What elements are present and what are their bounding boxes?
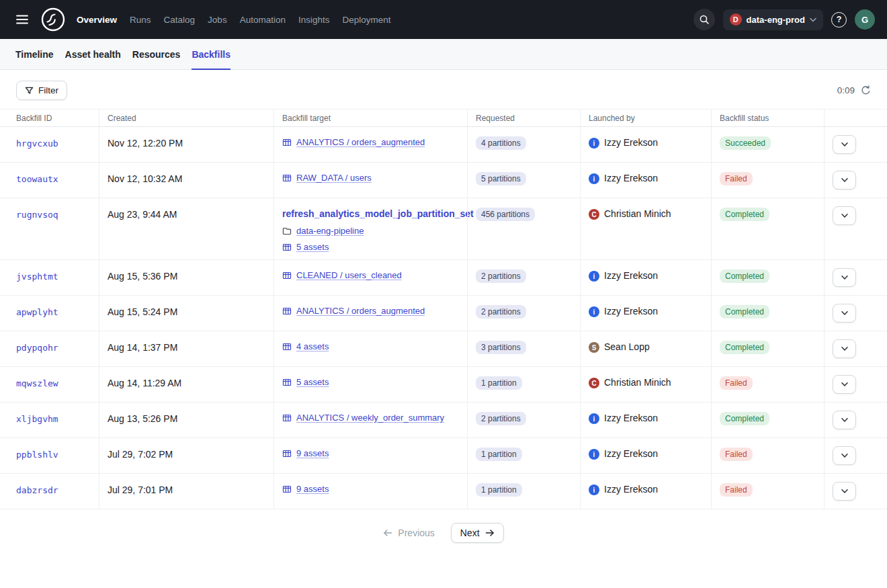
launched-by-avatar: i: [589, 271, 599, 282]
row-actions-button[interactable]: [833, 304, 856, 323]
view-tabs: TimelineAsset healthResourcesBackfills: [0, 39, 887, 70]
dagster-logo: [40, 7, 66, 32]
chevron-down-icon: [841, 310, 849, 316]
table-icon: [282, 271, 292, 280]
target-link[interactable]: RAW_DATA / users: [296, 173, 372, 183]
backfills-table: Backfill IDCreatedBackfill targetRequest…: [0, 109, 887, 509]
column-header-actions: [824, 110, 887, 126]
launched-by-name: Izzy Erekson: [604, 270, 658, 281]
requested-badge: 3 partitions: [476, 341, 526, 354]
help-icon: ?: [837, 15, 842, 24]
backfill-id-link[interactable]: mqwszlew: [16, 378, 58, 388]
chevron-down-icon: [841, 142, 849, 147]
backfill-id-link[interactable]: rugnvsoq: [16, 210, 58, 220]
tab-timeline[interactable]: Timeline: [15, 39, 54, 69]
target-link[interactable]: ANALYTICS / weekly_order_summary: [296, 413, 444, 423]
backfill-id-link[interactable]: apwplyht: [16, 307, 58, 317]
row-actions-button[interactable]: [833, 206, 856, 225]
target-link[interactable]: data-eng-pipeline: [296, 226, 364, 236]
target-link[interactable]: 5 assets: [296, 377, 329, 387]
nav-item-jobs[interactable]: Jobs: [208, 15, 227, 25]
backfill-id-link[interactable]: jvsphtmt: [16, 271, 58, 282]
filter-button[interactable]: Filter: [16, 81, 67, 100]
target-link[interactable]: ANALYTICS / orders_augmented: [296, 137, 425, 147]
launched-by-avatar: i: [589, 138, 599, 149]
launched-by-name: Sean Lopp: [604, 341, 650, 352]
tab-backfills[interactable]: Backfills: [192, 39, 230, 69]
row-actions-button[interactable]: [833, 446, 856, 465]
table-row: xljbgvhm Aug 13, 5:26 PM ANALYTICS / wee…: [0, 403, 887, 438]
backfill-target-cell: 9 assets: [273, 438, 467, 473]
chevron-down-icon: [841, 453, 849, 458]
chevron-down-icon: [841, 346, 849, 351]
target-link[interactable]: CLEANED / users_cleaned: [296, 270, 402, 280]
requested-badge: 1 partition: [476, 376, 522, 390]
table-header-row: Backfill IDCreatedBackfill targetRequest…: [0, 109, 887, 127]
created-text: Aug 14, 1:37 PM: [108, 342, 177, 353]
target-link[interactable]: ANALYTICS / orders_augmented: [296, 306, 425, 316]
nav-item-deployment[interactable]: Deployment: [342, 15, 390, 25]
launched-by-name: Christian Minich: [604, 377, 671, 388]
backfill-id-link[interactable]: xljbgvhm: [16, 414, 58, 424]
tab-resources[interactable]: Resources: [132, 39, 181, 69]
search-button[interactable]: [693, 9, 715, 30]
toolbar-right: 0:09: [837, 85, 871, 95]
nav-item-automation[interactable]: Automation: [240, 15, 286, 25]
row-actions-button[interactable]: [833, 339, 856, 358]
row-actions-button[interactable]: [833, 375, 856, 394]
backfill-target-job-link[interactable]: refresh_analytics_model_job_partition_se…: [282, 208, 459, 219]
table-icon: [282, 413, 292, 423]
backfill-id-link[interactable]: hrgvcxub: [16, 138, 58, 149]
status-badge: Completed: [720, 208, 769, 221]
launched-by-avatar: i: [589, 173, 599, 184]
requested-badge: 2 partitions: [476, 269, 526, 283]
table-body: hrgvcxub Nov 12, 12:20 PM ANALYTICS / or…: [0, 127, 887, 509]
backfill-id-link[interactable]: ppblshlv: [16, 450, 58, 460]
row-actions-button[interactable]: [833, 482, 856, 501]
search-icon: [699, 14, 710, 25]
pagination: Previous Next: [0, 523, 887, 543]
target-link[interactable]: 9 assets: [296, 484, 329, 494]
status-badge: Failed: [720, 448, 753, 461]
backfill-id-link[interactable]: toowautx: [16, 174, 58, 184]
refresh-icon[interactable]: [861, 85, 871, 95]
previous-page-button[interactable]: Previous: [383, 528, 434, 538]
column-header-requested: Requested: [467, 110, 580, 126]
target-link[interactable]: 4 assets: [296, 341, 329, 351]
nav-item-insights[interactable]: Insights: [298, 15, 330, 25]
next-page-button[interactable]: Next: [451, 523, 504, 543]
table-row: hrgvcxub Nov 12, 12:20 PM ANALYTICS / or…: [0, 127, 887, 163]
created-text: Nov 12, 12:20 PM: [108, 138, 183, 149]
nav-item-runs[interactable]: Runs: [130, 15, 151, 25]
row-actions-button[interactable]: [833, 171, 856, 190]
nav-item-catalog[interactable]: Catalog: [164, 15, 196, 25]
table-row: pdypqohr Aug 14, 1:37 PM 4 assets 3 part…: [0, 331, 887, 367]
launched-by-avatar: i: [589, 413, 599, 424]
row-actions-button[interactable]: [833, 268, 856, 287]
tab-asset-health[interactable]: Asset health: [65, 39, 121, 69]
folder-icon: [282, 226, 292, 236]
table-icon: [282, 449, 292, 458]
user-avatar-button[interactable]: G: [855, 9, 875, 30]
target-link[interactable]: 9 assets: [296, 448, 329, 458]
target-link[interactable]: 5 assets: [296, 242, 329, 252]
backfill-id-link[interactable]: pdypqohr: [16, 343, 58, 353]
row-actions-button[interactable]: [833, 135, 856, 154]
filter-icon: [25, 86, 34, 95]
requested-badge: 5 partitions: [476, 172, 526, 185]
status-badge: Failed: [720, 376, 753, 390]
backfill-target-cell: 4 assets: [273, 331, 467, 366]
backfill-id-link[interactable]: dabzrsdr: [16, 485, 58, 495]
column-header-backfill-id: Backfill ID: [0, 110, 99, 126]
target-line: data-eng-pipeline: [282, 226, 459, 236]
nav-item-overview[interactable]: Overview: [77, 15, 117, 25]
table-icon: [282, 378, 292, 387]
backfill-target-cell: ANALYTICS / orders_augmented: [273, 127, 467, 162]
help-button[interactable]: ?: [831, 12, 847, 28]
requested-badge: 1 partition: [476, 483, 522, 497]
refresh-timer: 0:09: [837, 85, 855, 95]
row-actions-button[interactable]: [833, 411, 856, 429]
deployment-switcher[interactable]: D data-eng-prod: [723, 9, 823, 30]
topnav-items: OverviewRunsCatalogJobsAutomationInsight…: [77, 15, 391, 25]
menu-icon[interactable]: [12, 9, 32, 30]
